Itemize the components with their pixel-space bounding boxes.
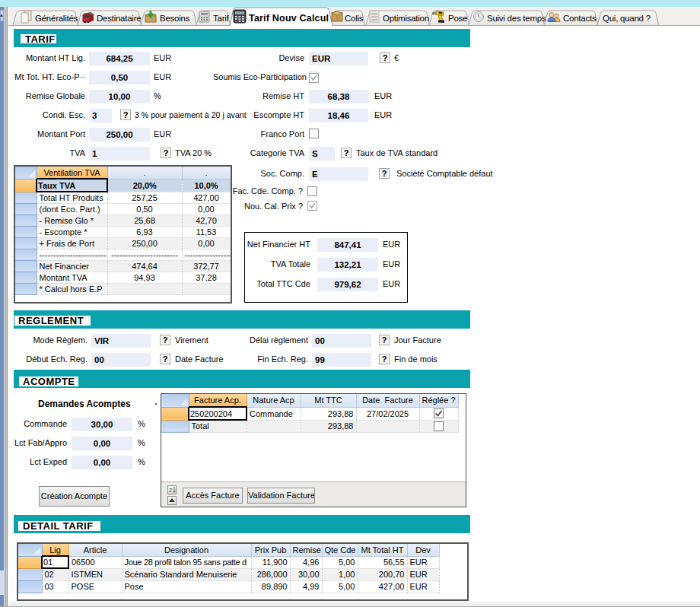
svg-text:Généralités: Généralités: [35, 14, 78, 23]
svg-text:Besoins: Besoins: [160, 14, 190, 23]
svg-text:z: z: [169, 486, 173, 493]
svg-text:Optimisation: Optimisation: [383, 14, 429, 23]
svg-text:Pose: Pose: [448, 14, 467, 23]
svg-text:Destinataire: Destinataire: [97, 14, 141, 23]
svg-text:Tarif: Tarif: [213, 14, 230, 23]
svg-text:Contacts: Contacts: [563, 14, 597, 23]
svg-text:Suivi des temps: Suivi des temps: [487, 14, 546, 23]
svg-text:Qui, quand ?: Qui, quand ?: [603, 14, 651, 23]
svg-text:Tarif Nouv Calcul: Tarif Nouv Calcul: [249, 13, 329, 24]
svg-text:Colis: Colis: [345, 14, 364, 23]
